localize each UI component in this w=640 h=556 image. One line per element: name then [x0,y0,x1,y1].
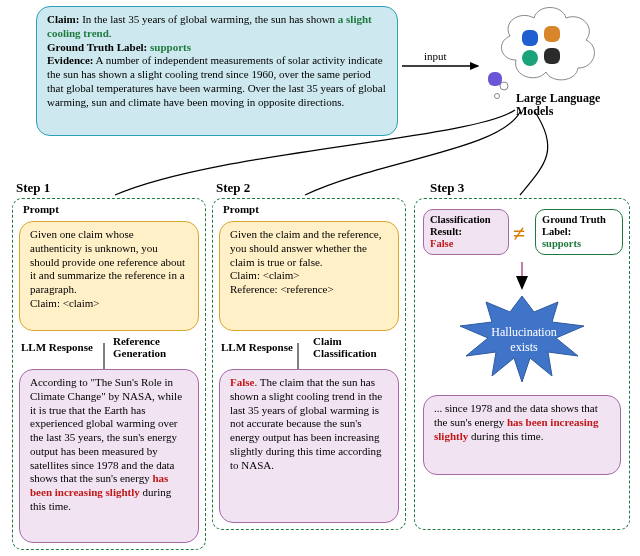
excerpt-post: during this time. [468,430,543,442]
burst-l1: Hallucination [491,325,556,339]
model-icon [544,48,560,64]
burst-l2: exists [510,340,537,354]
input-arrow-label: input [424,50,447,62]
claim-text-pre: In the last 35 years of global warming, … [79,13,337,25]
gt-value-2: supports [542,238,581,249]
bard-icon [522,30,538,46]
claim-line: Claim: In the last 35 years of global wa… [47,13,387,41]
gt-label-2: Ground Truth Label: [542,214,606,237]
not-equal-icon: ≠ [513,221,525,247]
step1-column: Prompt Given one claim whose authenticit… [12,198,206,550]
claim-cls-l2: Classification [313,347,377,359]
step3-column: Classification Result: False ≠ Ground Tr… [414,198,630,530]
gt-value: supports [150,41,191,53]
anthropic-icon [544,26,560,42]
claim-text-post: . [109,27,112,39]
claim-cls-l1: Claim [313,335,342,347]
classification-chip: Classification Result: False [423,209,509,255]
step2-response-rest: . The claim that the sun has shown a sli… [230,376,382,471]
step2-prompt: Given the claim and the reference, you s… [219,221,399,331]
evidence-label: Evidence: [47,54,93,66]
ref-gen-l2: Generation [113,347,166,359]
prompt-header-1: Prompt [23,203,59,215]
diagram-stage: { "input": { "claim_label": "Claim:", "c… [0,0,640,556]
evidence-text: A number of independent measurements of … [47,54,386,107]
step1-prompt: Given one claim whose authenticity is un… [19,221,199,331]
svg-point-2 [495,94,500,99]
groundtruth-chip: Ground Truth Label: supports [535,209,623,255]
llm-response-header-1: LLM Response [21,341,93,353]
gt-label: Ground Truth Label: [47,41,147,53]
step2-column: Prompt Given the claim and the reference… [212,198,406,530]
step2-response-emph: False [230,376,254,388]
step2-label: Step 2 [216,180,250,196]
step1-response: According to "The Sun's Role in Climate … [19,369,199,543]
chat-icon [488,72,502,86]
claim-label: Claim: [47,13,79,25]
openai-icon [522,50,538,66]
hallucination-text: Hallucination exists [479,325,569,355]
cls-value: False [430,238,453,249]
step1-response-pre: According to "The Sun's Role in Climate … [30,376,182,484]
llm-title: Large Language Models [516,92,600,118]
input-panel: Claim: In the last 35 years of global wa… [36,6,398,136]
step2-response: False. The claim that the sun has shown … [219,369,399,523]
svg-point-1 [500,82,508,90]
step3-label: Step 3 [430,180,464,196]
llm-response-header-2: LLM Response [221,341,293,353]
prompt-header-2: Prompt [223,203,259,215]
gt-line: Ground Truth Label: supports [47,41,387,55]
llm-title-l2: Models [516,105,600,118]
cls-label: Classification Result: [430,214,491,237]
ref-gen-l1: Reference [113,335,160,347]
step3-excerpt: ... since 1978 and the data shows that t… [423,395,621,475]
step1-label: Step 1 [16,180,50,196]
evidence-line: Evidence: A number of independent measur… [47,54,387,109]
